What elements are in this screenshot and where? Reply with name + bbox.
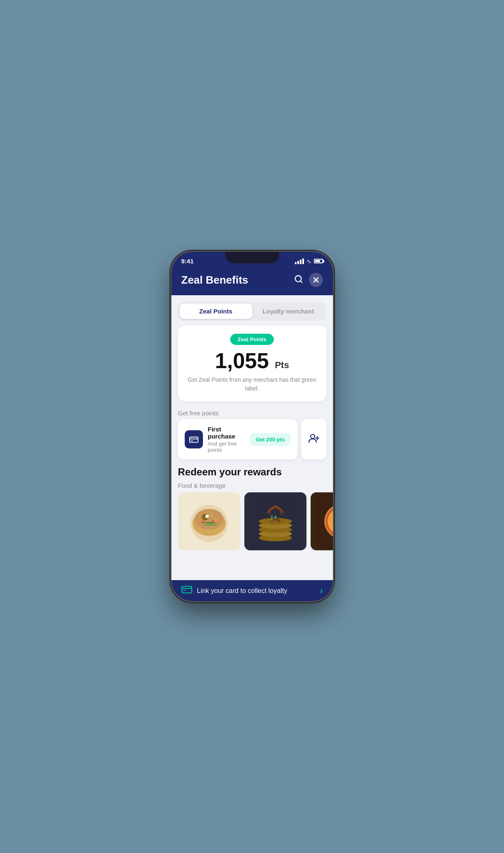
app-header: Zeal Benefits: [171, 268, 333, 295]
purchase-icon: [185, 430, 203, 448]
tab-bar: Zeal Points Loyalty merchant: [178, 302, 326, 320]
food-row: [171, 492, 333, 557]
food-category-label: Food & beverage: [171, 480, 333, 492]
food-pancake-image: [244, 492, 306, 550]
points-card: Zeal Points 1,055 Pts Get Zeal Points fr…: [178, 325, 326, 401]
tab-zeal-points[interactable]: Zeal Points: [180, 304, 252, 319]
svg-rect-26: [271, 515, 272, 521]
free-points-row: First purchase And get free points Get 2…: [171, 419, 333, 460]
food-pizza-image: [311, 492, 333, 550]
pts-label: Pts: [275, 360, 289, 370]
get-points-button[interactable]: Get 200 pts: [250, 433, 290, 446]
svg-point-14: [209, 513, 214, 518]
close-button[interactable]: [309, 273, 323, 287]
svg-point-7: [311, 434, 315, 439]
bottom-bar-text: Link your card to collect loyalty: [197, 587, 287, 595]
tab-loyalty-merchant[interactable]: Loyalty merchant: [252, 304, 325, 319]
svg-rect-39: [182, 586, 192, 593]
svg-line-1: [300, 281, 302, 282]
svg-rect-4: [189, 437, 198, 443]
points-description: Get Zeal Points from any merchant has th…: [186, 376, 318, 393]
header-actions: [294, 273, 323, 287]
status-time: 9:41: [181, 258, 194, 265]
signal-icon: [295, 258, 304, 264]
add-friend-card[interactable]: [301, 419, 326, 460]
search-button[interactable]: [294, 275, 303, 286]
phone-screen: 9:41 ∿ Zeal Benefits: [171, 252, 333, 601]
first-purchase-card[interactable]: First purchase And get free points Get 2…: [178, 419, 297, 460]
notch: [225, 252, 279, 263]
svg-point-12: [195, 509, 224, 530]
svg-point-17: [212, 520, 215, 523]
card-link-icon: [181, 586, 192, 595]
svg-point-18: [202, 521, 204, 523]
bottom-bar-left: Link your card to collect loyalty: [181, 586, 287, 595]
offer-text: First purchase And get free points: [208, 426, 245, 453]
food-card-pizza[interactable]: [311, 492, 333, 550]
redeem-title: Redeem your rewards: [171, 460, 333, 480]
scroll-content[interactable]: Zeal Points Loyalty merchant Zeal Points…: [171, 295, 333, 580]
bottom-bar[interactable]: Link your card to collect loyalty ›: [171, 580, 333, 601]
chevron-right-icon: ›: [320, 586, 323, 595]
wifi-icon: ∿: [306, 258, 311, 265]
food-card-pancakes[interactable]: [244, 492, 306, 550]
battery-icon: [314, 259, 323, 263]
free-points-label: Get free points: [171, 406, 333, 419]
svg-point-25: [274, 516, 277, 518]
status-icons: ∿: [295, 258, 323, 265]
food-card-bowl[interactable]: [178, 492, 240, 550]
points-number: 1,055: [215, 349, 269, 373]
food-bowl-image: [178, 492, 240, 550]
offer-title: First purchase: [208, 426, 245, 440]
phone-frame: 9:41 ∿ Zeal Benefits: [171, 252, 333, 601]
add-friend-icon: [308, 432, 320, 446]
zeal-points-badge: Zeal Points: [230, 334, 274, 345]
offer-subtitle: And get free points: [208, 441, 245, 453]
points-value: 1,055 Pts: [186, 350, 318, 371]
svg-point-16: [205, 515, 209, 518]
app-title: Zeal Benefits: [181, 274, 248, 287]
